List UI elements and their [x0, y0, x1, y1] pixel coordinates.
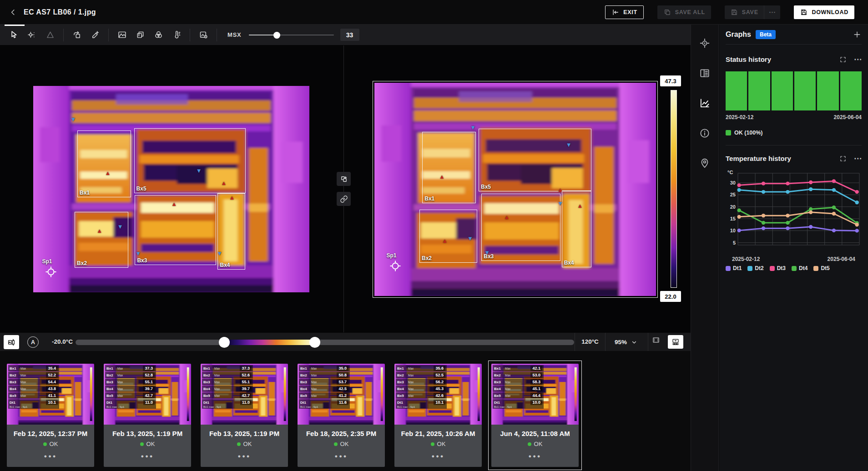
measurement-box-Bx2[interactable]: Bx2: [75, 212, 128, 268]
select-tool[interactable]: [5, 27, 23, 43]
thumbnail-card[interactable]: Bx1Max35.6Bx2Max52.5Bx3Max56.2Bx4Max45.3…: [394, 364, 482, 467]
range-max-label: 120°C: [576, 338, 604, 345]
thumbnail-more-button[interactable]: ●●●: [7, 453, 94, 459]
more-icon[interactable]: ⋯: [854, 154, 862, 163]
rail-item-location[interactable]: [698, 156, 712, 170]
delta-tool[interactable]: [41, 27, 59, 43]
thumbnail-image[interactable]: Bx1Max37.3Bx2Max52.8Bx3Max55.1Bx4Max39.7…: [104, 364, 191, 425]
measurement-box-Bx4[interactable]: Bx4: [217, 193, 245, 270]
back-button[interactable]: [6, 5, 20, 19]
rail-item-graphs[interactable]: [698, 96, 712, 110]
status-segment[interactable]: [772, 71, 793, 110]
measurement-row: Bx2Max53.0: [493, 372, 544, 378]
rail-item-measure-spot[interactable]: [698, 36, 712, 50]
thermal-image-right[interactable]: Bx1Bx5Bx2Bx3Bx4▲▲▲▲▲▼▼▼▼▼Sp1: [374, 83, 656, 296]
thumbnail-more-button[interactable]: ●●●: [104, 453, 191, 459]
thumbnail-more-button[interactable]: ●●●: [491, 453, 579, 459]
download-label: DOWNLOAD: [812, 9, 848, 15]
thumbnail-card-selected[interactable]: Bx1Max42.1Bx2Max53.0Bx3Max58.3Bx4Max45.1…: [491, 364, 579, 467]
measurement-row: Bx4Max45.3: [396, 386, 447, 392]
measurement-box-Bx3[interactable]: Bx3: [481, 194, 560, 261]
exit-button[interactable]: EXIT: [605, 5, 644, 19]
range-thumb-low[interactable]: [219, 337, 230, 348]
rotate-tool[interactable]: [68, 27, 86, 43]
range-thumb-high[interactable]: [309, 337, 320, 348]
compare-mode-button[interactable]: [4, 335, 19, 349]
fullscreen-icon[interactable]: [839, 155, 847, 162]
thumbnail-info: Feb 12, 2025, 12:37 PMOK●●●: [7, 425, 94, 467]
measurement-box-Bx5[interactable]: Bx5: [134, 128, 246, 193]
legend-swatch: [726, 266, 731, 271]
spot-marker-Sp1[interactable]: Sp1: [389, 260, 402, 272]
thumbnail-card[interactable]: Bx1Max35.0Bx2Max50.8Bx3Max53.7Bx4Max42.5…: [298, 364, 385, 467]
status-history-header: Status history ⋯: [726, 55, 862, 64]
save-more-button[interactable]: ⋯: [764, 5, 781, 19]
link-images-button[interactable]: [337, 192, 351, 206]
status-text: OK: [50, 441, 58, 447]
thumbnail-card[interactable]: Bx1Max35.4Bx2Max52.2Bx3Max54.4Bx4Max43.8…: [7, 364, 94, 467]
legend-label: Dt4: [799, 265, 807, 271]
rail-item-info[interactable]: [698, 126, 712, 140]
shapes-tool[interactable]: [131, 27, 149, 43]
annotate-tool[interactable]: [86, 27, 104, 43]
msx-slider[interactable]: [249, 31, 334, 39]
thumbnail-more-button[interactable]: ●●●: [298, 453, 385, 459]
swap-images-button[interactable]: [337, 172, 351, 186]
thumbnail-image[interactable]: Bx1Max37.3Bx2Max52.6Bx3Max55.1Bx4Max39.7…: [201, 364, 288, 425]
rail-item-details[interactable]: [698, 66, 712, 80]
filmstrip-toggle-button[interactable]: [668, 335, 683, 349]
image-adjust-tool[interactable]: [113, 27, 131, 43]
image-visibility-tool[interactable]: [194, 27, 212, 43]
spot-marker-Sp1[interactable]: Sp1: [45, 266, 57, 278]
spot-measure-tool[interactable]: [23, 27, 41, 43]
measurement-box-Bx1[interactable]: Bx1: [422, 132, 476, 203]
zoom-level-select[interactable]: 95%: [606, 333, 647, 351]
fullscreen-icon[interactable]: [839, 56, 847, 63]
temperature-scale-tool[interactable]: [167, 27, 186, 43]
status-segment[interactable]: [840, 71, 862, 110]
status-segment[interactable]: [817, 71, 838, 110]
msx-slider-thumb[interactable]: [273, 32, 280, 39]
overlay-frame-button[interactable]: [652, 336, 660, 344]
thumbnail-measurements: Bx1Max37.3Bx2Max52.6Bx3Max55.1Bx4Max39.7…: [202, 365, 253, 409]
measurement-box-Bx1[interactable]: Bx1: [77, 130, 131, 198]
thermal-image-left[interactable]: Bx1Bx5Bx2Bx3Bx4▲▲▲▲▲▼▼▼▼▼Sp1: [33, 86, 309, 292]
status-segment[interactable]: [726, 71, 747, 110]
legend-item-Dt4[interactable]: Dt4: [792, 265, 807, 271]
status-dot: [237, 442, 241, 446]
color-mix-tool[interactable]: [149, 27, 167, 43]
measurement-box-Bx4[interactable]: Bx4: [562, 190, 591, 267]
thumbnail-more-button[interactable]: ●●●: [201, 453, 288, 459]
legend-item-Dt3[interactable]: Dt3: [770, 265, 786, 271]
status-history-chart[interactable]: [726, 71, 862, 110]
more-icon[interactable]: ⋯: [854, 55, 862, 64]
legend-item-Dt1[interactable]: Dt1: [726, 265, 742, 271]
measurement-row: Dt111.0: [105, 399, 156, 406]
thumbnail-image[interactable]: Bx1Max35.4Bx2Max52.2Bx3Max54.4Bx4Max43.8…: [7, 364, 94, 425]
thumbnail-card[interactable]: Bx1Max37.3Bx2Max52.6Bx3Max55.1Bx4Max39.7…: [201, 364, 288, 467]
legend-item-Dt5[interactable]: Dt5: [813, 265, 829, 271]
temperature-range-slider[interactable]: [76, 340, 574, 345]
status-segment[interactable]: [794, 71, 816, 110]
legend-label: Dt3: [777, 265, 786, 271]
temperature-history-chart[interactable]: °C30252015105: [726, 169, 862, 255]
thumbnail-more-button[interactable]: ●●●: [394, 453, 482, 459]
download-button[interactable]: DOWNLOAD: [794, 5, 854, 19]
temperature-colorbar[interactable]: [671, 90, 677, 288]
measurement-box-Bx5[interactable]: Bx5: [479, 129, 591, 191]
save-button[interactable]: SAVE: [725, 5, 764, 19]
save-all-button[interactable]: SAVE ALL: [657, 5, 711, 19]
thumbnail-card[interactable]: Bx1Max37.3Bx2Max52.8Bx3Max55.1Bx4Max39.7…: [104, 364, 191, 467]
image-canvas: Bx1Bx5Bx2Bx3Bx4▲▲▲▲▲▼▼▼▼▼Sp1 Bx1Bx5Bx2Bx…: [0, 45, 691, 332]
legend-item-Dt2[interactable]: Dt2: [747, 265, 763, 271]
thumbnail-image[interactable]: Bx1Max42.1Bx2Max53.0Bx3Max58.3Bx4Max45.1…: [491, 364, 579, 425]
add-graph-button[interactable]: [853, 30, 862, 39]
svg-text:20: 20: [730, 204, 736, 210]
legend-swatch: [747, 266, 752, 271]
thumbnail-image[interactable]: Bx1Max35.0Bx2Max50.8Bx3Max53.7Bx4Max42.5…: [298, 364, 385, 425]
status-text: OK: [534, 441, 543, 447]
thumbnail-image[interactable]: Bx1Max35.6Bx2Max52.5Bx3Max56.2Bx4Max45.3…: [394, 364, 482, 425]
auto-scale-button[interactable]: A: [27, 336, 39, 348]
status-segment[interactable]: [748, 71, 770, 110]
msx-label: MSX: [227, 31, 242, 38]
